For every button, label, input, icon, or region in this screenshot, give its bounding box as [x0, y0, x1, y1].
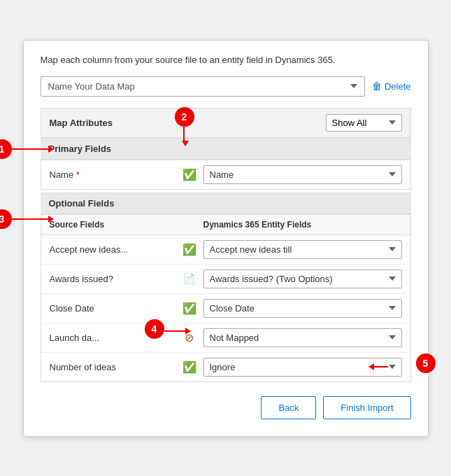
annotation-4: 4 [145, 319, 164, 339]
primary-fields-table: Name * ✅ Name [41, 160, 411, 190]
optional-row-1: Awards issued? 📄 Awards issued? (Two Opt… [41, 265, 410, 294]
annotation-2-arrow [183, 127, 185, 146]
optional-row-4: Number of ideas ✅ Ignore 5 [41, 353, 410, 382]
map-attributes-label: Map Attributes [50, 118, 113, 128]
primary-fields-header: Primary Fields [41, 138, 411, 160]
primary-field-name-row: Name * ✅ Name [41, 160, 410, 189]
data-map-row: Name Your Data Map 🗑 Delete [41, 76, 411, 97]
field-select-name[interactable]: Name [203, 165, 402, 184]
optional-field-name-4: Number of ideas [50, 362, 176, 372]
required-star: * [76, 169, 80, 180]
optional-fields-header: Optional Fields [41, 192, 411, 214]
optional-icon-4: ✅ [176, 360, 203, 374]
optional-select-2[interactable]: Close Date [203, 299, 402, 318]
optional-icon-2: ✅ [176, 302, 203, 315]
annotation-5-arrow [368, 363, 388, 370]
annotation-1-arrow [12, 146, 54, 153]
optional-select-1[interactable]: Awards issued? (Two Options) [203, 270, 402, 288]
field-check-icon-name: ✅ [176, 168, 203, 181]
annotation-2: 2 [175, 107, 194, 127]
optional-row-3: Launch da... ⊘ Not Mapped 4 [41, 323, 410, 353]
optional-select-0[interactable]: Accept new ideas till [203, 240, 402, 259]
optional-icon-0: ✅ [176, 243, 203, 256]
optional-row-2: Close Date ✅ Close Date [41, 294, 410, 323]
delete-label: Delete [385, 81, 411, 92]
footer-buttons: Back Finish Import [41, 396, 411, 419]
annotation-1: 1 [0, 139, 12, 159]
optional-field-name-1: Awards issued? [50, 274, 176, 284]
finish-import-button[interactable]: Finish Import [323, 396, 410, 419]
optional-fields-label: Optional Fields [49, 198, 115, 209]
description-text: Map each column from your source file to… [41, 55, 411, 65]
annotation-4-arrow [164, 328, 191, 335]
optional-field-name-0: Accept new ideas... [50, 244, 176, 255]
annotation-3: 3 [0, 209, 12, 229]
delete-button[interactable]: 🗑 Delete [372, 80, 411, 92]
delete-icon: 🗑 [372, 80, 382, 92]
col-dynamics: Dynamics 365 Entity Fields [203, 220, 402, 230]
map-attributes-bar: Map Attributes Show All Mapped Not Mappe… [41, 108, 411, 138]
col-source: Source Fields [50, 220, 176, 230]
optional-row-0: Accept new ideas... ✅ Accept new ideas t… [41, 235, 410, 265]
field-name-name: Name * [50, 169, 176, 180]
main-container: Map each column from your source file to… [23, 40, 429, 437]
optional-fields-table: Source Fields Dynamics 365 Entity Fields… [41, 214, 411, 382]
optional-select-3[interactable]: Not Mapped [203, 328, 402, 347]
back-button[interactable]: Back [261, 396, 316, 419]
annotation-3-arrow [12, 216, 54, 223]
show-all-select[interactable]: Show All Mapped Not Mapped [326, 114, 402, 132]
optional-icon-1: 📄 [176, 273, 203, 284]
annotation-5: 5 [416, 354, 436, 373]
optional-field-name-2: Close Date [50, 303, 176, 314]
primary-fields-label: Primary Fields [49, 144, 112, 154]
optional-col-headers: Source Fields Dynamics 365 Entity Fields [41, 215, 410, 235]
data-map-select[interactable]: Name Your Data Map [41, 76, 365, 97]
